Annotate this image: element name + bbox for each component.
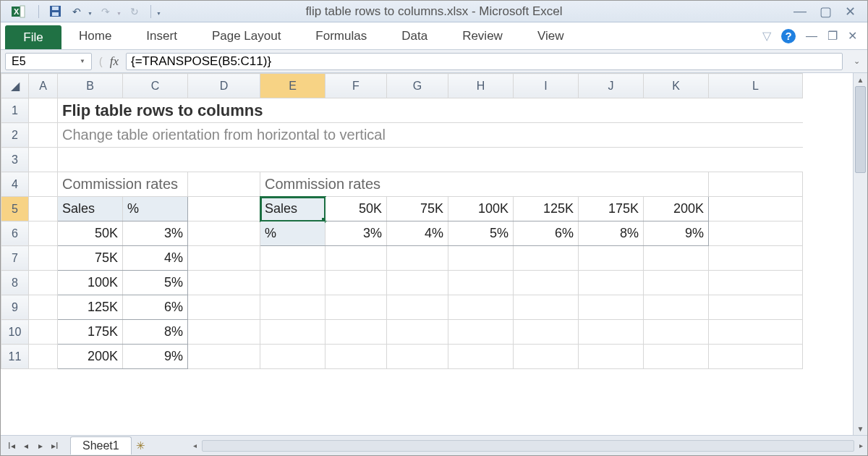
minimize-icon[interactable]: ― [793,4,807,20]
worksheet-grid[interactable]: ◢ A B C D E F G H I J K L 1 Flip table r… [1,73,803,369]
cell[interactable]: 125K [514,197,579,221]
page-subtitle: Change table orientation from horizontal… [62,127,386,143]
cell[interactable]: 100K [448,197,514,221]
maximize-icon[interactable]: ▢ [820,4,832,20]
row-header[interactable]: 8 [1,271,29,295]
cell[interactable]: % [123,197,188,221]
cell[interactable]: 200K [58,345,123,369]
row-header[interactable]: 11 [1,345,29,369]
tab-page-layout[interactable]: Page Layout [195,22,298,49]
row-header[interactable]: 10 [1,320,29,345]
formula-input[interactable]: {=TRANSPOSE(B5:C11)} [126,53,843,70]
file-tab[interactable]: File [5,25,61,49]
help-icon[interactable]: ? [781,29,796,43]
tab-insert[interactable]: Insert [129,22,195,49]
window-title: flip table rows to columns.xlsx - Micros… [305,4,562,19]
nav-last-icon[interactable]: ▸ꓲ [48,441,61,451]
cell[interactable]: 4% [123,246,188,271]
page-title: Flip table rows to columns [62,101,263,119]
col-header[interactable]: A [29,74,58,98]
quick-access-toolbar: X ↶▼ ↷▼ ↻ ▼ [1,1,161,22]
col-header[interactable]: C [123,74,188,98]
name-box[interactable]: E5 ▼ [5,53,92,70]
title-bar: X ↶▼ ↷▼ ↻ ▼ flip table rows to columns.x… [1,1,867,22]
save-icon[interactable] [46,4,64,20]
name-box-dropdown-icon[interactable]: ▼ [80,58,85,64]
col-header[interactable]: D [188,74,260,98]
cell[interactable]: 5% [123,271,188,295]
row-header[interactable]: 2 [1,123,29,148]
ribbon-caret-icon[interactable]: ▽ [762,29,771,43]
cell[interactable]: 9% [644,221,709,246]
scroll-right-icon[interactable]: ▸ [854,442,867,449]
cell[interactable]: 75K [58,246,123,271]
tab-data[interactable]: Data [384,22,445,49]
select-all-corner[interactable]: ◢ [1,74,29,98]
cell[interactable]: 50K [58,221,123,246]
tab-formulas[interactable]: Formulas [298,22,384,49]
scroll-down-icon[interactable]: ▼ [854,422,867,435]
tab-view[interactable]: View [520,22,582,49]
active-cell[interactable]: Sales [260,197,326,221]
cell[interactable]: 175K [579,197,644,221]
cell[interactable]: % [260,221,326,246]
scroll-thumb[interactable] [855,86,866,173]
excel-app-icon[interactable]: X [5,1,31,22]
col-header[interactable]: E [260,74,326,98]
nav-next-icon[interactable]: ▸ [34,441,47,451]
cell[interactable]: 50K [326,197,387,221]
tab-review[interactable]: Review [445,22,520,49]
sheet-nav-buttons[interactable]: ꓲ◂ ◂ ▸ ▸ꓲ [1,441,66,451]
sheet-tab[interactable]: Sheet1 [70,436,132,455]
row-header[interactable]: 9 [1,295,29,320]
col-header[interactable]: B [58,74,123,98]
cell[interactable]: 175K [58,320,123,345]
cell[interactable]: 6% [123,295,188,320]
col-header[interactable]: K [644,74,709,98]
cell[interactable]: 125K [58,295,123,320]
col-header[interactable]: I [514,74,579,98]
cell[interactable]: 3% [326,221,387,246]
redo-icon[interactable]: ↷ [97,4,114,20]
fx-icon[interactable]: fx [110,54,119,69]
scroll-up-icon[interactable]: ▲ [854,73,867,86]
new-sheet-icon[interactable]: ✳ [136,439,145,452]
scroll-left-icon[interactable]: ◂ [189,442,202,449]
cell[interactable]: 9% [123,345,188,369]
col-header[interactable]: F [326,74,387,98]
cell[interactable]: 6% [514,221,579,246]
cell[interactable]: 3% [123,221,188,246]
col-header[interactable]: L [709,74,803,98]
row-header[interactable]: 5 [1,197,29,221]
cell[interactable]: 75K [387,197,448,221]
tab-home[interactable]: Home [61,22,129,49]
undo-icon[interactable]: ↶ [68,4,85,20]
cell[interactable]: 100K [58,271,123,295]
row-header[interactable]: 6 [1,221,29,246]
repeat-icon[interactable]: ↻ [126,4,143,20]
svg-rect-5 [52,12,59,16]
col-header[interactable]: J [579,74,644,98]
nav-first-icon[interactable]: ꓲ◂ [5,441,18,451]
nav-prev-icon[interactable]: ◂ [20,441,33,451]
doc-close-icon[interactable]: ✕ [848,29,857,43]
close-icon[interactable]: ✕ [845,4,856,20]
horizontal-scrollbar[interactable]: ◂ ▸ [145,440,867,452]
cell[interactable]: 5% [448,221,514,246]
cell[interactable]: Sales [58,197,123,221]
cell[interactable]: 200K [644,197,709,221]
row-header[interactable]: 1 [1,98,29,123]
cell[interactable]: 8% [123,320,188,345]
formula-expand-icon[interactable]: ⌄ [850,56,863,66]
vertical-scrollbar[interactable]: ▲ ▼ [853,73,867,435]
col-header[interactable]: H [448,74,514,98]
col-header[interactable]: G [387,74,448,98]
row-header[interactable]: 7 [1,246,29,271]
formula-bar: E5 ▼ ( fx {=TRANSPOSE(B5:C11)} ⌄ [1,50,867,73]
doc-restore-icon[interactable]: ❐ [827,29,838,43]
cell[interactable]: 8% [579,221,644,246]
cell[interactable]: 4% [387,221,448,246]
row-header[interactable]: 4 [1,172,29,197]
doc-minimize-icon[interactable]: ― [806,30,817,43]
row-header[interactable]: 3 [1,148,29,172]
